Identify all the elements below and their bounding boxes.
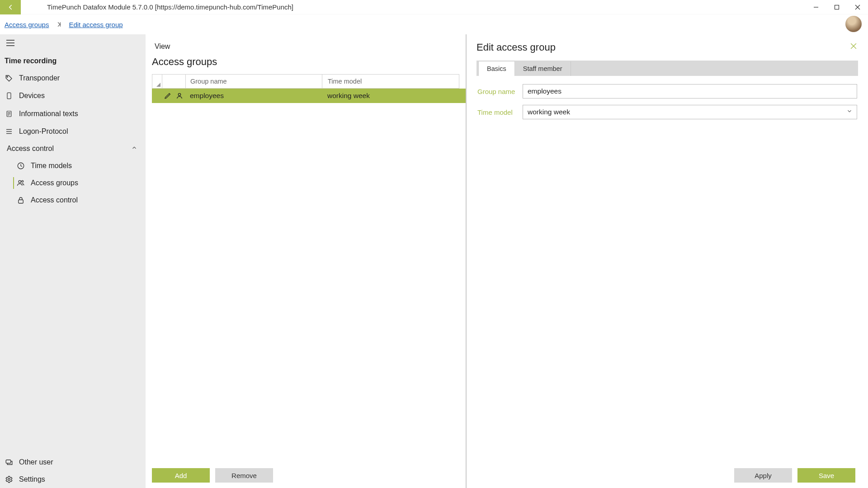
time-model-select[interactable]: working week — [523, 105, 857, 119]
list-panel: View Access groups Group name Time model… — [146, 34, 467, 488]
close-panel-button[interactable] — [849, 42, 858, 53]
arrow-left-icon — [6, 3, 14, 11]
maximize-button[interactable] — [826, 0, 847, 14]
sidebar-item-label: Transponder — [19, 74, 60, 82]
tab-staff-member[interactable]: Staff member — [515, 61, 571, 76]
list-icon — [5, 127, 14, 136]
grid-header: Group name Time model — [152, 74, 459, 89]
device-icon — [5, 91, 14, 100]
minimize-button[interactable] — [806, 0, 826, 14]
sidebar-item-label: Access groups — [31, 179, 78, 187]
tag-icon — [5, 74, 14, 82]
users-icon — [16, 179, 25, 187]
close-icon — [849, 42, 858, 51]
breadcrumb-root[interactable]: Access groups — [5, 21, 49, 28]
sidebar-item-label: Devices — [19, 92, 45, 100]
sidebar-item-label: Informational texts — [19, 110, 78, 118]
sidebar-item-label: Logon-Protocol — [19, 127, 68, 136]
sidebar-item-label: Access control — [7, 145, 54, 153]
person-icon — [174, 92, 185, 99]
svg-point-19 — [19, 180, 21, 183]
label-time-model: Time model — [477, 108, 523, 116]
breadcrumb-separator-icon — [56, 21, 62, 28]
grid-col-time[interactable]: Time model — [322, 75, 459, 88]
chevron-up-icon — [131, 145, 137, 153]
document-icon — [5, 109, 14, 118]
sidebar-item-label: Time models — [31, 162, 72, 170]
tab-basics[interactable]: Basics — [478, 61, 515, 76]
edit-icon — [162, 92, 174, 99]
list-title: Access groups — [146, 53, 466, 74]
grid-select-all[interactable] — [152, 75, 162, 88]
table-row[interactable]: employees working week — [152, 89, 466, 103]
sidebar-item-devices[interactable]: Devices — [0, 87, 146, 105]
sidebar-item-transponder[interactable]: Transponder — [0, 70, 146, 87]
group-name-input[interactable] — [523, 84, 857, 99]
close-button[interactable] — [847, 0, 868, 14]
sidebar-item-label: Settings — [19, 475, 45, 483]
sidebar-item-other-user[interactable]: Other user — [0, 454, 146, 471]
svg-point-20 — [22, 180, 24, 182]
detail-panel: Edit access group Basics Staff member Gr… — [467, 34, 868, 488]
sidebar-section-title: Time recording — [0, 55, 146, 70]
grid-header-icons — [162, 75, 186, 88]
svg-rect-10 — [7, 93, 11, 99]
remove-button[interactable]: Remove — [215, 468, 273, 483]
view-label: View — [146, 34, 466, 53]
sidebar-item-time-models[interactable]: Time models — [0, 157, 146, 174]
sidebar-item-label: Other user — [19, 458, 53, 466]
svg-rect-2 — [835, 5, 839, 9]
sidebar-item-info-texts[interactable]: Informational texts — [0, 105, 146, 123]
sidebar-item-label: Access control — [31, 196, 78, 204]
sidebar: Time recording Transponder Devices Infor… — [0, 34, 146, 488]
grid-col-group[interactable]: Group name — [186, 75, 322, 88]
hamburger-icon — [6, 40, 14, 46]
sidebar-item-access-control[interactable]: Access control — [0, 140, 146, 157]
row-time-model: working week — [322, 92, 466, 100]
sidebar-item-settings[interactable]: Settings — [0, 471, 146, 488]
add-button[interactable]: Add — [152, 468, 210, 483]
gear-icon — [5, 475, 14, 483]
svg-rect-21 — [19, 200, 24, 203]
switch-user-icon — [5, 458, 14, 466]
close-icon — [855, 5, 860, 10]
svg-point-23 — [8, 479, 10, 481]
label-group-name: Group name — [477, 88, 523, 95]
sidebar-item-access-groups[interactable]: Access groups — [0, 174, 146, 192]
sidebar-item-access-control-sub[interactable]: Access control — [0, 192, 146, 209]
save-button[interactable]: Save — [797, 468, 855, 483]
detail-title: Edit access group — [476, 42, 556, 53]
back-button[interactable] — [0, 0, 21, 14]
svg-point-9 — [7, 76, 8, 77]
apply-button[interactable]: Apply — [734, 468, 792, 483]
tabbar: Basics Staff member — [476, 61, 858, 76]
time-model-value: working week — [528, 108, 570, 116]
hamburger-button[interactable] — [0, 37, 18, 55]
breadcrumb-leaf[interactable]: Edit access group — [69, 21, 123, 28]
window-title: TimePunch Datafox Module 5.7.0.0 [https:… — [47, 3, 806, 11]
maximize-icon — [834, 5, 840, 10]
row-group-name: employees — [185, 92, 322, 100]
minimize-icon — [813, 5, 819, 10]
avatar[interactable] — [845, 16, 862, 32]
clock-icon — [16, 162, 25, 170]
svg-point-24 — [178, 94, 180, 96]
sidebar-item-logon-protocol[interactable]: Logon-Protocol — [0, 123, 146, 140]
svg-rect-22 — [6, 460, 11, 464]
lock-icon — [16, 196, 25, 204]
